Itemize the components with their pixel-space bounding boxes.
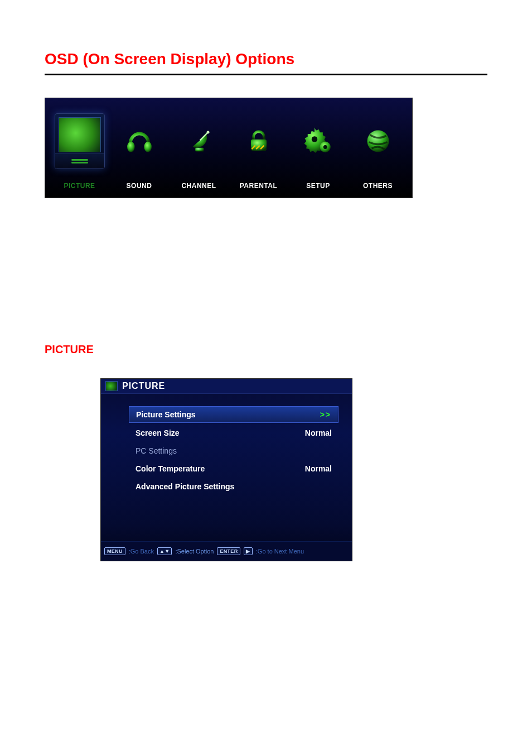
- svg-point-3: [206, 131, 209, 133]
- picture-submenu: PICTURE Picture Settings >> Screen Size …: [100, 378, 352, 561]
- row-picture-settings[interactable]: Picture Settings >>: [129, 406, 338, 423]
- menu-hint: :Go Back: [129, 548, 154, 555]
- svg-point-0: [127, 142, 135, 152]
- picture-thumb-icon: [105, 381, 118, 391]
- tab-sound[interactable]: SOUND: [109, 106, 169, 190]
- row-value: >>: [320, 410, 331, 419]
- title-rule: [45, 74, 487, 75]
- submenu-header: PICTURE: [101, 379, 352, 394]
- svg-rect-4: [195, 148, 204, 152]
- enter-keycap: ENTER: [217, 547, 240, 555]
- row-advanced-picture-settings[interactable]: Advanced Picture Settings: [129, 479, 338, 494]
- svg-point-12: [367, 131, 389, 152]
- picture-icon: [55, 106, 105, 176]
- svg-rect-5: [250, 139, 266, 151]
- tab-channel[interactable]: CHANNEL: [169, 106, 229, 190]
- lock-icon: [245, 106, 273, 176]
- row-screen-size[interactable]: Screen Size Normal: [129, 425, 338, 441]
- row-label: Picture Settings: [136, 410, 196, 419]
- tab-label: PICTURE: [64, 182, 95, 190]
- right-hint: :Go to Next Menu: [256, 548, 304, 555]
- row-label: Screen Size: [136, 428, 180, 437]
- osd-tab-strip: PICTURE SOUND: [45, 98, 413, 198]
- row-label: PC Settings: [136, 446, 177, 455]
- tab-label: OTHERS: [363, 182, 393, 190]
- row-pc-settings[interactable]: PC Settings: [129, 443, 338, 459]
- row-value: Normal: [305, 428, 332, 437]
- submenu-rows: Picture Settings >> Screen Size Normal P…: [101, 394, 352, 541]
- tab-label: SOUND: [127, 182, 152, 190]
- tab-label: SETUP: [306, 182, 330, 190]
- section-title: PICTURE: [45, 343, 487, 356]
- row-value: Normal: [305, 464, 332, 473]
- submenu-title: PICTURE: [122, 381, 165, 391]
- svg-point-11: [323, 145, 327, 149]
- globe-icon: [364, 106, 393, 176]
- page-title: OSD (On Screen Display) Options: [45, 50, 487, 68]
- tab-others[interactable]: OTHERS: [348, 106, 408, 190]
- tab-setup[interactable]: SETUP: [288, 106, 348, 190]
- right-keycap: ▶: [244, 547, 252, 555]
- tab-picture[interactable]: PICTURE: [50, 106, 109, 190]
- row-color-temperature[interactable]: Color Temperature Normal: [129, 461, 338, 476]
- headphones-icon: [124, 106, 154, 176]
- submenu-footer: MENU :Go Back ▲▼ :Select Option ENTER ▶ …: [101, 541, 352, 561]
- row-label: Advanced Picture Settings: [136, 482, 234, 491]
- tab-label: CHANNEL: [181, 182, 216, 190]
- gear-icon: [303, 106, 334, 176]
- updown-keycap: ▲▼: [157, 547, 172, 555]
- menu-keycap: MENU: [104, 547, 125, 555]
- svg-point-1: [144, 142, 152, 152]
- svg-point-9: [311, 136, 317, 142]
- satellite-dish-icon: [184, 106, 214, 176]
- tab-label: PARENTAL: [240, 182, 278, 190]
- tab-parental[interactable]: PARENTAL: [229, 106, 288, 190]
- updown-hint: :Select Option: [175, 548, 214, 555]
- row-label: Color Temperature: [136, 464, 205, 473]
